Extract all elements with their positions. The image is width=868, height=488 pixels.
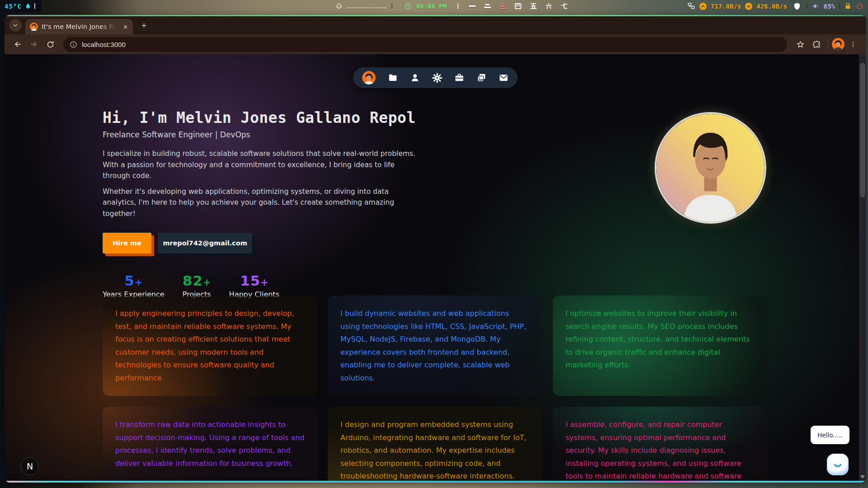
- clock-icon: [404, 3, 411, 10]
- url-text[interactable]: localhost:3000: [82, 41, 126, 48]
- stat-value: 15: [240, 272, 260, 289]
- scrollbar-down-arrow[interactable]: [860, 475, 865, 479]
- stat-years-experience: 5+ Years Experience: [103, 272, 165, 299]
- workspace-3-active[interactable]: [499, 3, 507, 10]
- tab-favicon: [30, 23, 38, 31]
- power-icon[interactable]: [856, 2, 863, 10]
- stat-suffix: +: [260, 277, 269, 288]
- menu-dots-icon[interactable]: [845, 37, 861, 52]
- card-software-engineering[interactable]: I apply engineering principles to design…: [103, 296, 317, 396]
- system-bar-center: _________ 06:06 PM: [335, 0, 568, 12]
- card-data-analytics[interactable]: I transform raw data into actionable ins…: [103, 407, 317, 481]
- clock-time[interactable]: 06:06 PM: [416, 3, 446, 10]
- download-speed: 426.0B/s: [756, 3, 787, 10]
- stat-value: 82: [183, 272, 203, 289]
- upload-icon: [699, 3, 707, 10]
- bell-icon[interactable]: [335, 3, 343, 10]
- stat-value: 5: [124, 272, 135, 289]
- stat-suffix: +: [203, 277, 211, 288]
- user-icon[interactable]: [410, 73, 420, 83]
- gear-icon[interactable]: [432, 73, 442, 83]
- card-computer-repair[interactable]: I assemble, configure, and repair comput…: [553, 407, 768, 481]
- tab-close-icon[interactable]: [121, 23, 129, 31]
- hero-paragraph-2: Whether it's developing web applications…: [103, 186, 415, 220]
- extensions-icon[interactable]: [809, 37, 824, 52]
- browser-tab[interactable]: It's me Melvin Jones Repo: [25, 19, 133, 34]
- browser-toolbar: localhost:3000: [5, 34, 866, 54]
- new-tab-button[interactable]: [137, 19, 150, 32]
- volume-icon[interactable]: [812, 2, 820, 10]
- desktop: 45°C _________ 06:06 PM 717: [0, 0, 868, 488]
- site-nav: [353, 67, 518, 88]
- tab-search-button[interactable]: [9, 19, 22, 32]
- network-icon[interactable]: [688, 2, 695, 10]
- download-icon: [745, 3, 752, 10]
- stat-happy-clients: 15+ Happy Clients: [229, 272, 279, 299]
- shield-icon[interactable]: [793, 2, 801, 10]
- workspace-6[interactable]: [545, 3, 553, 10]
- workspace-2[interactable]: [484, 3, 491, 10]
- temperature-label: 45°C: [5, 3, 22, 10]
- profile-photo: [655, 112, 766, 224]
- separator: [392, 3, 392, 9]
- card-embedded-systems[interactable]: I design and program embedded systems us…: [328, 407, 542, 481]
- email-button[interactable]: mrepol742@gmail.com: [158, 233, 252, 253]
- workspace-1[interactable]: [468, 3, 476, 10]
- tab-strip: It's me Melvin Jones Repo: [5, 16, 866, 34]
- workspace-7[interactable]: [561, 3, 568, 10]
- mail-icon[interactable]: [499, 73, 509, 83]
- hire-me-button[interactable]: Hire me: [103, 233, 151, 253]
- upload-speed: 717.0B/s: [711, 3, 741, 10]
- scrollbar-thumb[interactable]: [860, 63, 865, 197]
- separator: [34, 3, 35, 9]
- page-title: Hi, I'm Melvin Jones Gallano Repol: [103, 109, 428, 127]
- system-bar-right: 717.0B/s 426.0B/s 65%: [688, 0, 863, 12]
- site-info-icon[interactable]: [70, 41, 77, 48]
- folder-icon[interactable]: [388, 73, 398, 83]
- stat-projects: 82+ Projects: [183, 272, 211, 299]
- separator: [807, 3, 808, 9]
- separator: [839, 3, 840, 9]
- stat-suffix: +: [135, 277, 143, 288]
- hero-subtitle: Freelance Software Engineer | DevOps: [103, 130, 428, 139]
- volume-level[interactable]: 65%: [824, 3, 835, 10]
- tab-title: It's me Melvin Jones Repo: [42, 23, 118, 30]
- chat-tooltip: Hello.....: [811, 426, 849, 444]
- system-bar: 45°C _________ 06:06 PM 717: [0, 0, 868, 12]
- nextjs-dev-badge[interactable]: N: [21, 457, 39, 475]
- separator: [828, 40, 828, 49]
- page-scrollbar[interactable]: [859, 54, 866, 481]
- briefcase-icon[interactable]: [454, 73, 464, 83]
- gallery-icon[interactable]: [476, 73, 486, 83]
- nav-avatar[interactable]: [362, 71, 376, 84]
- bookmark-star-icon[interactable]: [793, 37, 808, 52]
- workspace-5[interactable]: [530, 3, 538, 10]
- hero-buttons: Hire me mrepol742@gmail.com: [103, 233, 428, 253]
- system-bar-left: 45°C: [0, 0, 42, 12]
- card-web-development[interactable]: I build dynamic websites and web applica…: [328, 296, 542, 396]
- page-content: Hi, I'm Melvin Jones Gallano Repol Freel…: [5, 54, 866, 481]
- separator: [458, 3, 458, 9]
- water-drop-icon: [25, 3, 31, 9]
- lock-icon[interactable]: [844, 2, 852, 10]
- window-bottom-accent: [5, 481, 866, 483]
- workspace-4[interactable]: [514, 3, 522, 10]
- reload-button[interactable]: [42, 37, 58, 52]
- workspace-switcher: [468, 3, 568, 10]
- stats-row: 5+ Years Experience 82+ Projects 15+ Hap…: [103, 272, 428, 299]
- address-bar[interactable]: localhost:3000: [63, 37, 787, 52]
- card-seo[interactable]: I optimize websites to improve their vis…: [553, 296, 768, 396]
- forward-button[interactable]: [26, 37, 42, 52]
- chat-widget-button[interactable]: [827, 454, 849, 475]
- profile-avatar[interactable]: [832, 38, 844, 51]
- back-button[interactable]: [10, 37, 25, 52]
- services-grid: I apply engineering principles to design…: [103, 296, 768, 481]
- hero-section: Hi, I'm Melvin Jones Gallano Repol Freel…: [103, 109, 428, 299]
- browser-window: It's me Melvin Jones Repo localhost:3000: [5, 15, 866, 483]
- hero-paragraph-1: I specialize in building robust, scalabl…: [103, 148, 415, 182]
- notification-dashes: _________: [347, 1, 387, 8]
